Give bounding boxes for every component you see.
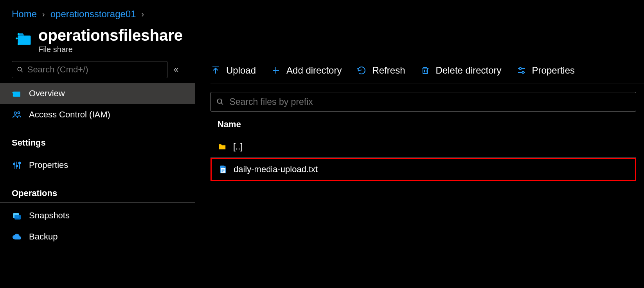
file-icon <box>219 165 227 174</box>
svg-rect-16 <box>19 162 20 164</box>
chevron-right-icon: › <box>142 10 144 19</box>
toolbar-label: Delete directory <box>436 65 502 76</box>
sidebar-item-label: Snapshots <box>29 211 70 221</box>
breadcrumb-parent[interactable]: operationsstorage01 <box>50 9 136 20</box>
sidebar-item-label: Backup <box>29 232 58 242</box>
sidebar-item-snapshots[interactable]: Snapshots <box>0 205 195 226</box>
sidebar-item-label: Overview <box>29 88 65 99</box>
row-label: [..] <box>233 142 243 152</box>
svg-point-7 <box>13 95 14 97</box>
refresh-icon <box>356 65 367 76</box>
sidebar-section-operations: Operations <box>0 176 195 203</box>
delete-directory-button[interactable]: Delete directory <box>420 65 502 76</box>
file-search-input[interactable] <box>229 97 630 107</box>
search-icon <box>17 66 23 73</box>
sidebar-item-label: Properties <box>29 160 68 170</box>
sidebar-item-overview[interactable]: Overview <box>0 83 195 104</box>
svg-point-2 <box>16 38 18 40</box>
parent-directory-row[interactable]: [..] <box>210 136 636 158</box>
page-title: operationsfileshare <box>38 27 183 44</box>
toolbar-label: Refresh <box>372 65 405 76</box>
svg-rect-0 <box>18 36 31 45</box>
page-title-row: operationsfileshare File share <box>0 23 644 61</box>
search-icon <box>216 98 224 106</box>
chevron-right-icon: › <box>42 10 45 19</box>
breadcrumb-home[interactable]: Home <box>12 9 37 20</box>
sidebar-section-settings: Settings <box>0 125 195 152</box>
toolbar-label: Upload <box>226 65 256 76</box>
svg-rect-23 <box>423 68 428 74</box>
sidebar-search[interactable] <box>12 61 167 78</box>
add-directory-button[interactable]: Add directory <box>271 65 342 76</box>
cloud-backup-icon <box>12 232 22 241</box>
people-icon <box>12 110 22 119</box>
svg-point-8 <box>13 92 14 94</box>
svg-line-5 <box>21 70 22 72</box>
folder-icon <box>218 142 227 151</box>
breadcrumb: Home › operationsstorage01 › <box>0 0 644 23</box>
sidebar-search-input[interactable] <box>27 65 162 75</box>
svg-rect-15 <box>16 166 18 167</box>
column-header-name[interactable]: Name <box>210 112 636 136</box>
svg-line-31 <box>221 103 223 104</box>
toolbar-label: Properties <box>532 65 575 76</box>
settings-sliders-icon <box>516 65 527 76</box>
svg-rect-14 <box>13 163 15 164</box>
toolbar: Upload Add directory Refresh Delete dire… <box>210 61 644 83</box>
svg-point-30 <box>217 99 221 103</box>
upload-icon <box>210 65 221 76</box>
svg-rect-6 <box>13 92 20 97</box>
sidebar-item-properties[interactable]: Properties <box>0 155 195 176</box>
file-row-daily-media-upload[interactable]: daily-media-upload.txt <box>210 158 636 181</box>
svg-point-1 <box>18 43 20 45</box>
properties-button[interactable]: Properties <box>516 65 575 76</box>
page-subtitle: File share <box>38 45 183 54</box>
svg-point-28 <box>519 68 521 70</box>
toolbar-label: Add directory <box>286 65 342 76</box>
refresh-button[interactable]: Refresh <box>356 65 405 76</box>
sidebar-item-iam[interactable]: Access Control (IAM) <box>0 104 195 125</box>
snapshot-icon <box>12 211 22 220</box>
fileshare-small-icon <box>12 89 22 98</box>
sliders-icon <box>12 160 22 170</box>
svg-point-9 <box>14 112 16 114</box>
sidebar-item-label: Access Control (IAM) <box>29 110 110 120</box>
fileshare-icon <box>16 31 33 48</box>
row-label: daily-media-upload.txt <box>234 164 318 175</box>
collapse-sidebar-button[interactable]: « <box>174 65 185 75</box>
upload-button[interactable]: Upload <box>210 65 256 76</box>
svg-point-10 <box>18 112 20 114</box>
svg-point-4 <box>18 67 22 71</box>
svg-point-29 <box>522 72 524 74</box>
plus-icon <box>271 65 281 76</box>
sidebar-item-backup[interactable]: Backup <box>0 226 195 247</box>
main-content: Upload Add directory Refresh Delete dire… <box>195 61 644 247</box>
trash-icon <box>420 65 430 76</box>
sidebar: « Overview Access Control (IAM) Settings <box>0 61 195 247</box>
svg-rect-18 <box>14 215 21 220</box>
file-search[interactable] <box>210 92 636 112</box>
svg-point-3 <box>18 33 20 35</box>
